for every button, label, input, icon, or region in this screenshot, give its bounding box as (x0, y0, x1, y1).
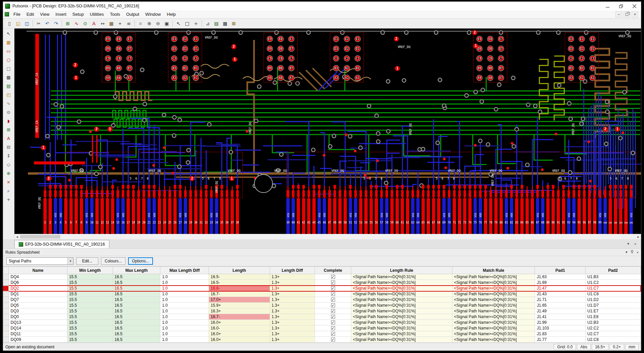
column-header-complete[interactable]: Complete (315, 267, 351, 274)
cell-min-length[interactable]: 15.5 (67, 325, 113, 331)
layer-icon[interactable]: ▤ (4, 82, 13, 90)
cell-length-diff[interactable]: 1.3+ (270, 286, 315, 291)
cell-complete[interactable]: ✓ (315, 297, 351, 303)
column-header-min-length[interactable]: Min Length (67, 267, 113, 274)
cell-name[interactable]: DQ5 (9, 303, 67, 308)
cell-length-rule[interactable]: <Signal Path Name>=DQ%[0:31%] (351, 320, 452, 325)
complete-checkbox[interactable]: ✓ (331, 292, 335, 296)
row-indicator[interactable] (3, 280, 9, 286)
cell-pad1[interactable]: J1.49 (535, 308, 586, 314)
cell-max-length-diff[interactable]: 1.0 (160, 337, 209, 343)
combo-dropdown-icon[interactable]: ▾ (67, 258, 73, 264)
cell-complete[interactable]: ✓ (315, 303, 351, 308)
cell-length-diff[interactable]: 1.3+ (270, 320, 315, 325)
cell-max-length-diff[interactable]: 1.0 (160, 303, 209, 308)
cell-max-length[interactable]: 16.5 (113, 337, 160, 343)
cell-complete[interactable]: ✓ (315, 337, 351, 343)
cell-name[interactable]: DQ3 (9, 308, 67, 314)
cell-length-diff[interactable]: 1.3+ (270, 280, 315, 286)
app-icon[interactable] (5, 4, 10, 9)
cell-length-diff[interactable]: 1.3+ (270, 303, 315, 308)
cell-max-length-diff[interactable]: 1.0 (160, 286, 209, 291)
cell-length-diff[interactable]: 1.3+ (270, 274, 315, 280)
column-header-match-rule[interactable]: Match Rule (452, 267, 535, 274)
cell-pad1[interactable]: J1.63 (535, 274, 586, 280)
cell-length[interactable]: 16.8- (209, 286, 270, 291)
cell-max-length[interactable]: 16.5 (113, 314, 160, 320)
menu-help[interactable]: Help (164, 11, 179, 18)
cell-pad2[interactable]: U1.D2 (585, 297, 641, 303)
cell-length[interactable]: 16.0+ (209, 331, 270, 337)
row-indicator[interactable] (3, 291, 9, 297)
row-indicator[interactable] (3, 308, 9, 314)
cell-length-diff[interactable]: 1.3+ (270, 325, 315, 331)
cell-length-diff[interactable]: 1.3+ (270, 308, 315, 314)
cell-complete[interactable]: ✓ (315, 291, 351, 297)
row-indicator[interactable] (3, 331, 9, 337)
row-indicator[interactable] (3, 303, 9, 308)
cell-name[interactable]: DQ2 (9, 286, 67, 291)
cell-pad1[interactable]: J1.43 (535, 291, 586, 297)
cell-max-length[interactable]: 16.5 (113, 325, 160, 331)
teardrop-icon[interactable]: ◗ (4, 117, 13, 125)
cell-pad2[interactable]: U2.C8 (585, 337, 641, 343)
table-row[interactable]: DQ315.516.51.016.3+1.3+✓<Signal Path Nam… (3, 308, 641, 314)
zoom-out-icon[interactable]: ⊖ (154, 19, 162, 28)
column-header-max-length[interactable]: Max Length (113, 267, 160, 274)
zoom-window-icon[interactable]: ⌗ (137, 19, 145, 28)
cell-pad2[interactable]: U2.C2 (585, 325, 641, 331)
cell-match-rule[interactable]: <Signal Path Name>=DQ%[0:31%] (452, 286, 535, 291)
cell-complete[interactable]: ✓ (315, 331, 351, 337)
measure-icon[interactable]: ⊿ (204, 19, 212, 28)
cell-min-length[interactable]: 15.5 (67, 297, 113, 303)
cell-match-rule[interactable]: <Signal Path Name>=DQ%[0:31%] (452, 314, 535, 320)
cell-length[interactable]: 16.7- (209, 291, 270, 297)
cell-length[interactable]: 16.0+ (209, 337, 270, 343)
cell-match-rule[interactable]: <Signal Path Name>=DQ%[0:31%] (452, 325, 535, 331)
column-header-length-rule[interactable]: Length Rule (351, 267, 452, 274)
cell-pad2[interactable]: U2.C7 (585, 331, 641, 337)
cell-pad1[interactable]: J1.103 (535, 325, 586, 331)
zoom-icon[interactable]: ⌕ (4, 187, 13, 195)
cell-length-rule[interactable]: <Signal Path Name>=DQ%[0:31%] (351, 274, 452, 280)
row-indicator[interactable] (3, 337, 9, 343)
tab-close-icon[interactable]: × (632, 242, 638, 246)
complete-checkbox[interactable]: ✓ (331, 338, 335, 342)
via-icon[interactable]: ⊙ (4, 108, 13, 116)
cell-length[interactable]: 17.0+ (209, 297, 270, 303)
complete-checkbox[interactable]: ✓ (331, 275, 335, 279)
pan-icon[interactable]: + (4, 195, 13, 204)
close-button[interactable] (628, 2, 641, 10)
cell-pad2[interactable]: U1.E7 (585, 308, 641, 314)
cell-length[interactable]: 16.5- (209, 280, 270, 286)
cell-length-diff[interactable]: 1.3+ (270, 337, 315, 343)
cell-length[interactable]: 16.0- (209, 325, 270, 331)
cell-match-rule[interactable]: <Signal Path Name>=DQ%[0:31%] (452, 274, 535, 280)
menu-view[interactable]: View (37, 11, 52, 18)
row-indicator[interactable] (3, 286, 9, 291)
tab-menu-icon[interactable]: ▾ (625, 242, 631, 246)
cell-length-rule[interactable]: <Signal Path Name>=DQ%[0:31%] (351, 308, 452, 314)
cell-min-length[interactable]: 15.5 (67, 280, 113, 286)
table-row[interactable]: DQ515.516.51.015.9+1.3+✓<Signal Path Nam… (3, 303, 641, 308)
cell-match-rule[interactable]: <Signal Path Name>=DQ%[0:31%] (452, 320, 535, 325)
column-header-length[interactable]: Length (209, 267, 270, 274)
cell-pad2[interactable]: U1.C2 (585, 280, 641, 286)
shape-rectangle-icon[interactable]: ▭ (4, 47, 13, 55)
menu-setup[interactable]: Setup (69, 11, 87, 18)
cell-complete[interactable]: ✓ (315, 320, 351, 325)
row-indicator[interactable] (3, 320, 9, 325)
cell-name[interactable]: DQ09 (9, 337, 67, 343)
add-component-icon[interactable]: ⊞ (64, 19, 72, 28)
complete-checkbox[interactable]: ✓ (331, 281, 335, 285)
cell-length-diff[interactable]: 1.3+ (270, 314, 315, 320)
cell-min-length[interactable]: 15.5 (67, 308, 113, 314)
canvas-hscrollbar[interactable]: ◄ ► (14, 234, 641, 239)
cell-length-diff[interactable]: 1.3+ (270, 297, 315, 303)
cell-pad1[interactable]: J1.65 (535, 303, 586, 308)
cell-length-rule[interactable]: <Signal Path Name>=DQ%[0:31%] (351, 297, 452, 303)
cell-max-length[interactable]: 16.5 (113, 286, 160, 291)
cell-pad2[interactable]: U1.B3 (585, 274, 641, 280)
cell-complete[interactable]: ✓ (315, 280, 351, 286)
minimize-button[interactable] (601, 2, 614, 10)
